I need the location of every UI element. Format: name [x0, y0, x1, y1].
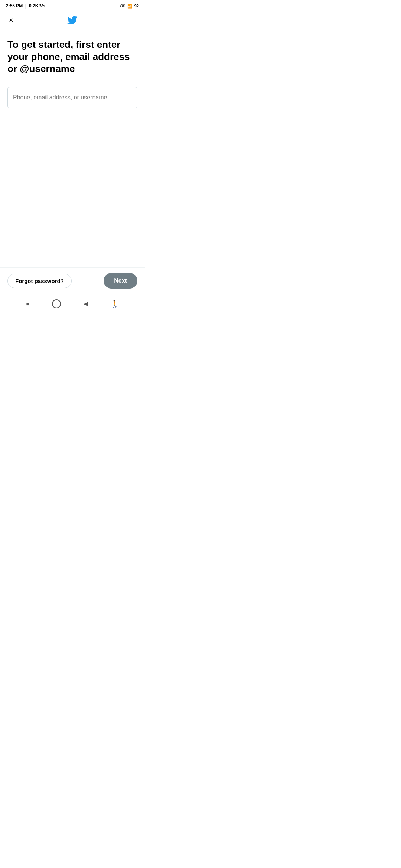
next-button[interactable]: Next [104, 273, 137, 289]
status-bar: 2:55 PM | 0.2KB/s ⌫ 📶 92 [0, 0, 145, 10]
header: × [0, 10, 145, 30]
home-icon[interactable] [52, 299, 61, 308]
login-input[interactable] [7, 87, 137, 108]
android-nav: ■ ◀ 🚶 [0, 294, 145, 313]
main-content: To get started, first enter your phone, … [0, 30, 145, 267]
back-icon[interactable]: ◀ [84, 300, 88, 307]
close-button[interactable]: × [7, 15, 15, 25]
wifi-icon: 📶 [127, 4, 133, 9]
forgot-password-button[interactable]: Forgot password? [7, 274, 72, 288]
recent-apps-icon[interactable]: ■ [26, 301, 29, 307]
input-container [7, 87, 137, 108]
sim-icon: ⌫ [120, 4, 125, 9]
twitter-logo [66, 14, 78, 26]
status-icons: ⌫ 📶 92 [120, 4, 139, 9]
battery-icon: 92 [134, 4, 139, 8]
status-time: 2:55 PM | 0.2KB/s [6, 3, 45, 9]
bottom-bar: Forgot password? Next [0, 267, 145, 294]
accessibility-icon[interactable]: 🚶 [111, 300, 119, 308]
page-title: To get started, first enter your phone, … [7, 39, 137, 75]
